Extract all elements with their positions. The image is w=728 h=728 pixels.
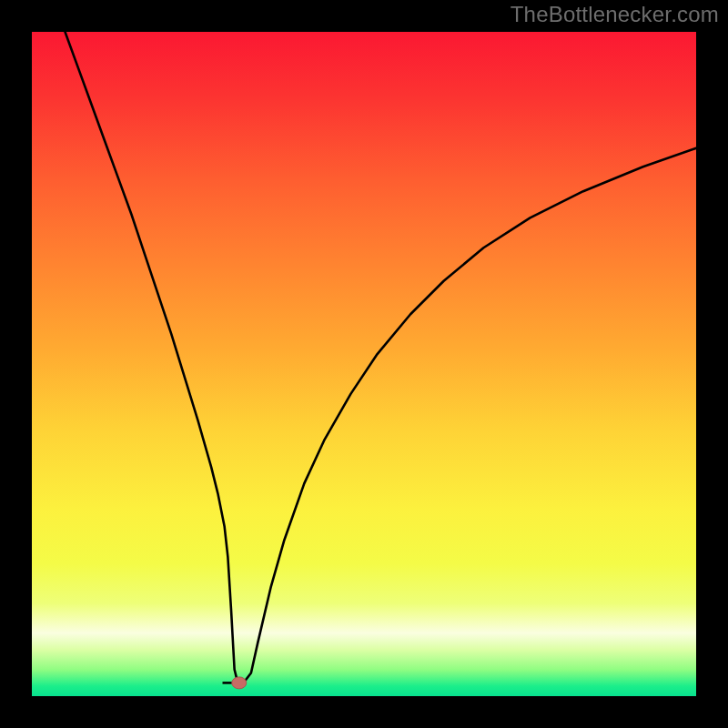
attribution-label: TheBottlenecker.com [511, 2, 719, 27]
bottleneck-chart [32, 32, 696, 696]
optimal-point-marker [232, 677, 247, 689]
gradient-background [32, 32, 696, 696]
chart-frame: TheBottlenecker.com [0, 0, 728, 728]
plot-area [32, 32, 696, 696]
